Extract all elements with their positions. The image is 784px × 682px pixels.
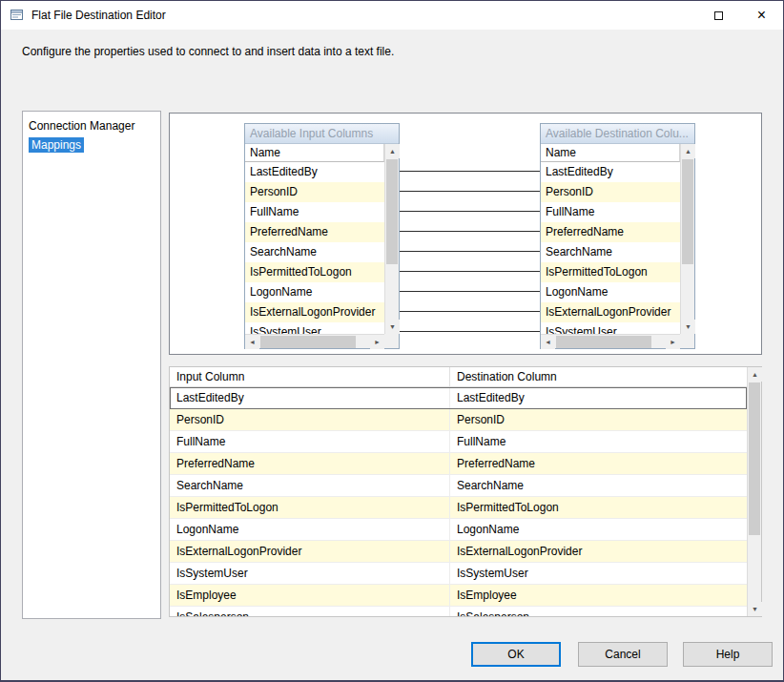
column-header-input[interactable]: Input Column <box>170 367 450 387</box>
flat-file-destination-editor-window: Flat File Destination Editor × Configure… <box>0 0 784 682</box>
grid-cell-input[interactable]: LastEditedBy <box>170 387 450 409</box>
scroll-up-button[interactable]: ▲ <box>385 144 400 158</box>
scroll-down-button[interactable]: ▼ <box>681 320 695 334</box>
scroll-up-button[interactable]: ▲ <box>748 367 762 382</box>
table-row[interactable]: IsExternalLogonProvider IsExternalLogonP… <box>170 541 747 563</box>
scroll-down-icon: ▼ <box>685 323 691 330</box>
scrollbar-thumb[interactable] <box>682 159 693 264</box>
destination-column-item[interactable]: PersonID <box>541 182 680 202</box>
destination-list-vertical-scrollbar[interactable]: ▲ ▼ <box>680 144 694 334</box>
input-column-item[interactable]: FullName <box>245 202 384 222</box>
grid-cell-destination[interactable]: LastEditedBy <box>450 387 747 409</box>
grid-cell-destination[interactable]: PreferredName <box>450 453 747 475</box>
destination-list-horizontal-scrollbar[interactable]: ◄ ► <box>541 334 680 348</box>
grid-cell-destination[interactable]: SearchName <box>450 475 747 497</box>
grid-cell-destination[interactable]: IsPermittedToLogon <box>450 497 747 519</box>
grid-cell-destination[interactable]: IsSystemUser <box>450 563 747 585</box>
ok-button[interactable]: OK <box>471 642 561 667</box>
sidebar-item-label: Connection Manager <box>29 119 134 133</box>
grid-cell-input[interactable]: SearchName <box>170 475 450 497</box>
destination-column-item[interactable]: FullName <box>541 202 680 222</box>
scroll-right-button[interactable]: ► <box>666 335 680 349</box>
destination-column-item[interactable]: LastEditedBy <box>541 162 680 182</box>
maximize-icon <box>714 11 723 20</box>
grid-cell-input[interactable]: PersonID <box>170 409 450 431</box>
scrollbar-thumb[interactable] <box>260 336 356 348</box>
scroll-down-button[interactable]: ▼ <box>385 320 400 334</box>
column-header-destination[interactable]: Destination Column <box>450 367 761 387</box>
app-icon <box>10 8 25 23</box>
window-title: Flat File Destination Editor <box>31 9 166 22</box>
grid-cell-destination[interactable]: IsSalesperson <box>450 607 747 616</box>
grid-cell-input[interactable]: LogonName <box>170 519 450 541</box>
titlebar: Flat File Destination Editor × <box>1 1 783 30</box>
input-column-item[interactable]: LastEditedBy <box>245 162 384 182</box>
scroll-down-button[interactable]: ▼ <box>748 602 762 616</box>
scroll-left-button[interactable]: ◄ <box>245 335 259 349</box>
scroll-up-icon: ▲ <box>752 371 758 378</box>
input-list-horizontal-scrollbar[interactable]: ◄ ► <box>245 334 384 348</box>
scrollbar-thumb[interactable] <box>386 159 398 264</box>
help-button[interactable]: Help <box>683 642 773 667</box>
destination-column-item[interactable]: IsSystemUser <box>541 322 680 334</box>
grid-cell-input[interactable]: IsSalesperson <box>170 607 450 616</box>
table-row[interactable]: LastEditedBy LastEditedBy <box>170 387 747 409</box>
input-column-item[interactable]: PersonID <box>245 182 384 202</box>
sidebar-item-mappings[interactable]: Mappings <box>23 135 160 155</box>
destination-column-item[interactable]: IsExternalLogonProvider <box>541 302 680 322</box>
table-row[interactable]: PreferredName PreferredName <box>170 453 747 475</box>
grid-header-row: Input Column Destination Column <box>170 367 761 387</box>
scroll-left-button[interactable]: ◄ <box>541 335 555 349</box>
table-row[interactable]: SearchName SearchName <box>170 475 747 497</box>
list-title-input: Available Input Columns <box>245 124 399 144</box>
sidebar-item-connection-manager[interactable]: Connection Manager <box>23 116 160 135</box>
scroll-up-button[interactable]: ▲ <box>681 144 695 158</box>
grid-cell-destination[interactable]: IsExternalLogonProvider <box>450 541 747 563</box>
scrollbar-thumb[interactable] <box>556 336 651 348</box>
destination-column-item[interactable]: PreferredName <box>541 222 680 242</box>
table-row[interactable]: LogonName LogonName <box>170 519 747 541</box>
input-column-item[interactable]: PreferredName <box>245 222 384 242</box>
grid-cell-input[interactable]: IsPermittedToLogon <box>170 497 450 519</box>
destination-column-item[interactable]: LogonName <box>541 282 680 302</box>
grid-cell-destination[interactable]: LogonName <box>450 519 747 541</box>
input-column-item[interactable]: IsExternalLogonProvider <box>245 302 384 322</box>
table-row[interactable]: IsEmployee IsEmployee <box>170 585 747 607</box>
scroll-right-icon: ► <box>670 339 676 345</box>
cancel-button[interactable]: Cancel <box>578 642 668 667</box>
table-row[interactable]: IsPermittedToLogon IsPermittedToLogon <box>170 497 747 519</box>
table-row[interactable]: FullName FullName <box>170 431 747 453</box>
grid-cell-input[interactable]: IsExternalLogonProvider <box>170 541 450 563</box>
input-column-item[interactable]: IsSystemUser <box>245 322 384 334</box>
close-icon: × <box>757 8 766 23</box>
available-destination-columns-list: Available Destination Colu... Name LastE… <box>540 123 695 349</box>
grid-cell-destination[interactable]: FullName <box>450 431 747 453</box>
grid-vertical-scrollbar[interactable]: ▲ ▼ <box>747 367 761 616</box>
grid-cell-input[interactable]: FullName <box>170 431 450 453</box>
grid-cell-destination[interactable]: IsEmployee <box>450 585 747 607</box>
input-column-item[interactable]: IsPermittedToLogon <box>245 262 384 282</box>
destination-column-item[interactable]: IsPermittedToLogon <box>541 262 680 282</box>
grid-cell-input[interactable]: IsEmployee <box>170 585 450 607</box>
scrollbar-thumb[interactable] <box>749 382 760 535</box>
close-button[interactable]: × <box>740 1 783 30</box>
mappings-grid: Input Column Destination Column LastEdit… <box>169 366 762 617</box>
input-column-item[interactable]: LogonName <box>245 282 384 302</box>
destination-column-rows: LastEditedBy PersonID FullName Preferred… <box>541 162 680 334</box>
input-column-item[interactable]: SearchName <box>245 242 384 262</box>
grid-cell-input[interactable]: PreferredName <box>170 453 450 475</box>
maximize-button[interactable] <box>697 1 740 30</box>
grid-cell-destination[interactable]: PersonID <box>450 409 747 431</box>
scroll-up-icon: ▲ <box>685 148 691 155</box>
scroll-right-button[interactable]: ► <box>370 335 384 349</box>
scrollbar-corner <box>384 334 399 348</box>
available-input-columns-list: Available Input Columns Name LastEditedB… <box>244 123 400 349</box>
table-row[interactable]: IsSalesperson IsSalesperson <box>170 607 747 616</box>
scroll-down-icon: ▼ <box>752 606 758 612</box>
table-row[interactable]: IsSystemUser IsSystemUser <box>170 563 747 585</box>
destination-column-item[interactable]: SearchName <box>541 242 680 262</box>
table-row[interactable]: PersonID PersonID <box>170 409 747 431</box>
scroll-right-icon: ► <box>374 339 381 345</box>
input-list-vertical-scrollbar[interactable]: ▲ ▼ <box>384 144 399 334</box>
grid-cell-input[interactable]: IsSystemUser <box>170 563 450 585</box>
